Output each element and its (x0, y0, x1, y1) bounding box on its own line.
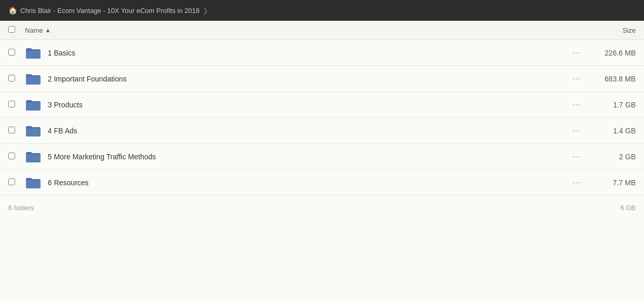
table-row[interactable]: 2 Important Foundations ··· 683.8 MB (0, 66, 644, 92)
row-checkbox[interactable] (8, 101, 21, 109)
row-checkbox[interactable] (8, 127, 21, 135)
file-size: 1.7 GB (594, 101, 636, 109)
name-column-header[interactable]: Name ▲ (25, 26, 584, 34)
folder-icon (25, 176, 42, 189)
file-name: 4 FB Ads (48, 127, 567, 135)
more-options-button[interactable]: ··· (567, 72, 586, 86)
select-all-checkbox[interactable] (8, 26, 21, 34)
folder-summary: 6 folders (8, 204, 34, 212)
file-size: 2 GB (594, 153, 636, 161)
breadcrumb-title: Chris Blair - Ecom Vantage - 10X Your eC… (20, 7, 199, 15)
row-checkbox[interactable] (8, 179, 21, 187)
file-list: 1 Basics ··· 226.6 MB 2 Important Founda… (0, 40, 644, 196)
file-size: 7.7 MB (594, 179, 636, 187)
top-bar: 🏠 Chris Blair - Ecom Vantage - 10X Your … (0, 0, 644, 21)
file-size: 226.6 MB (594, 49, 636, 57)
home-icon[interactable]: 🏠 (8, 6, 17, 15)
file-name: 5 More Marketing Traffic Methods (48, 153, 567, 161)
content-area: Name ▲ Size 1 Basics ··· 226.6 MB (0, 21, 644, 301)
more-options-button[interactable]: ··· (567, 46, 586, 60)
table-row[interactable]: 3 Products ··· 1.7 GB (0, 92, 644, 118)
more-options-button[interactable]: ··· (567, 175, 586, 190)
total-size: 6 GB (620, 204, 636, 212)
file-name: 1 Basics (48, 49, 567, 57)
table-row[interactable]: 6 Resources ··· 7.7 MB (0, 170, 644, 196)
more-options-button[interactable]: ··· (567, 124, 586, 138)
table-row[interactable]: 5 More Marketing Traffic Methods ··· 2 G… (0, 144, 644, 170)
footer: 6 folders 6 GB (0, 196, 644, 220)
folder-icon (25, 98, 42, 112)
file-name: 2 Important Foundations (48, 75, 567, 83)
breadcrumb-arrow: ❯ (203, 7, 208, 15)
sort-arrow-icon: ▲ (45, 27, 51, 33)
table-header: Name ▲ Size (0, 21, 644, 40)
folder-icon (25, 150, 42, 163)
file-name: 3 Products (48, 101, 567, 109)
table-row[interactable]: 4 FB Ads ··· 1.4 GB (0, 118, 644, 144)
file-name: 6 Resources (48, 179, 567, 187)
more-options-button[interactable]: ··· (567, 98, 586, 112)
file-size: 1.4 GB (594, 127, 636, 135)
more-options-button[interactable]: ··· (567, 149, 586, 164)
folder-icon (25, 124, 42, 138)
row-checkbox[interactable] (8, 75, 21, 83)
table-row[interactable]: 1 Basics ··· 226.6 MB (0, 40, 644, 66)
folder-icon (25, 46, 42, 60)
file-size: 683.8 MB (594, 75, 636, 83)
size-column-header: Size (584, 26, 636, 34)
row-checkbox[interactable] (8, 49, 21, 57)
folder-icon (25, 72, 42, 86)
row-checkbox[interactable] (8, 153, 21, 161)
